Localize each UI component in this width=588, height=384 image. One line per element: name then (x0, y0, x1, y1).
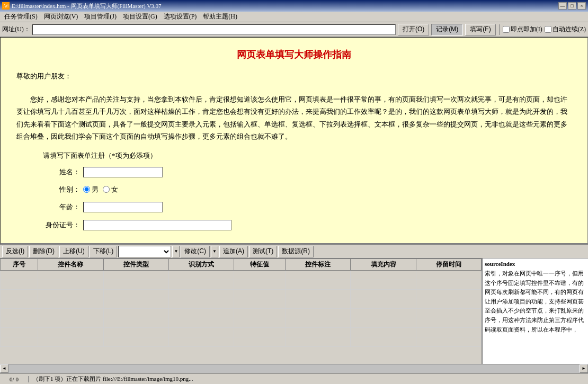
table-header-控件类型: 控件类型 (103, 259, 168, 271)
id-input[interactable] (83, 220, 231, 230)
table-row[interactable] (1, 318, 482, 328)
delete-button[interactable]: 删除(D) (29, 246, 58, 257)
intro-text: 您好，感谢您对本产品的关注与支持，当您拿到本软件后，肯定很想知道该怎么使用它，网… (16, 93, 572, 143)
table-row[interactable] (1, 271, 482, 280)
table-row[interactable] (1, 290, 482, 299)
modify-arrow[interactable]: ▼ (211, 246, 218, 257)
table-header-序号: 序号 (1, 259, 38, 271)
data-table-container[interactable]: 序号控件名称控件类型识别方式特征值控件标注填充内容停留时间 (0, 258, 482, 364)
status-bar: 0/ 0 （刷下1 项）正在下载图片 file:///E:/fillmaster… (0, 373, 588, 384)
filter-button[interactable]: 反选(I) (2, 246, 28, 257)
h-scrollbar[interactable]: ◄ ► (0, 364, 588, 372)
url-label: 网址(U)： (2, 25, 30, 34)
form-area: 请填写下面表单注册（*项为必添项） 姓名： 性别： 男 女 (16, 151, 572, 230)
side-panel: sourceIndex 索引，对象在网页中唯一一序号，但用这个序号固定填写控件里… (482, 258, 588, 364)
auto-continue-checkbox[interactable]: 自动连续(Z) (545, 25, 586, 34)
auto-continue-input[interactable] (545, 26, 551, 33)
side-panel-title: sourceIndex (485, 261, 586, 267)
table-row[interactable] (1, 309, 482, 318)
name-row: 姓名： (43, 167, 572, 177)
toolbar: 网址(U)： 打开(O) 记录(M) 填写(F) 即点即加(I) 自动连续(Z) (0, 22, 588, 37)
page-title: 网页表单填写大师操作指南 (16, 48, 572, 61)
gender-female-radio[interactable] (103, 186, 110, 193)
menu-project-mgr[interactable]: 项目管理(J) (81, 11, 120, 22)
age-row: 年龄： (43, 202, 572, 212)
scroll-right-button[interactable]: ► (580, 364, 588, 373)
url-input[interactable] (32, 24, 396, 35)
gender-label: 性别： (43, 185, 80, 194)
table-header-row: 序号控件名称控件类型识别方式特征值控件标注填充内容停留时间 (1, 259, 482, 271)
side-panel-content: 索引，对象在网页中唯一一序号，但用这个序号固定填写控件里不靠谱，有的网页每次刷新… (485, 269, 586, 334)
test-button[interactable]: 测试(T) (249, 246, 277, 257)
scroll-left-button[interactable]: ◄ (0, 364, 8, 373)
table-header-控件名称: 控件名称 (38, 259, 103, 271)
main-area: 网页表单填写大师操作指南 尊敬的用户朋友： 您好，感谢您对本产品的关注与支持，当… (0, 37, 588, 373)
data-table: 序号控件名称控件类型识别方式特征值控件标注填充内容停留时间 (0, 258, 482, 347)
title-controls[interactable]: — □ × (558, 2, 586, 10)
open-button[interactable]: 打开(O) (398, 24, 429, 35)
gender-male-radio[interactable] (83, 186, 90, 193)
age-label: 年龄： (43, 202, 80, 212)
menu-task[interactable]: 任务管理(S) (1, 11, 41, 22)
fill-button[interactable]: 填写(F) (465, 24, 495, 35)
title-bar-left: Ati E:\fillmaster\index.htm - 网页表单填写大师(F… (2, 2, 162, 10)
auto-continue-label: 自动连续(Z) (553, 25, 586, 34)
name-label: 姓名： (43, 167, 80, 177)
table-body (1, 271, 482, 347)
id-row: 身份证号： (43, 220, 572, 230)
add-button[interactable]: 追加(A) (219, 246, 248, 257)
restore-button[interactable]: □ (568, 2, 576, 10)
instant-add-input[interactable] (503, 26, 510, 33)
window-title: E:\fillmaster\index.htm - 网页表单填写大师(FillM… (12, 2, 162, 10)
modify-button[interactable]: 修改(C) (181, 246, 210, 257)
table-row[interactable] (1, 328, 482, 337)
age-input[interactable] (83, 202, 163, 212)
minimize-button[interactable]: — (558, 2, 567, 10)
status-message: （刷下1 项）正在下载图片 file:///E:/fillmaster/imag… (29, 375, 586, 383)
form-instruction: 请填写下面表单注册（*项为必添项） (43, 151, 572, 160)
status-count: 0/ 0 (2, 376, 29, 382)
table-area: 序号控件名称控件类型识别方式特征值控件标注填充内容停留时间 sourceInde… (0, 258, 588, 364)
action-dropdown[interactable] (118, 246, 171, 257)
h-scrollbar-track[interactable] (8, 364, 580, 373)
close-button[interactable]: × (577, 2, 586, 10)
menu-bar: 任务管理(S) 网页浏览(V) 项目管理(J) 项目设置(G) 选项设置(P) … (0, 12, 588, 22)
dropdown-arrow[interactable]: ▼ (172, 246, 180, 257)
id-label: 身份证号： (43, 220, 80, 230)
name-input[interactable] (83, 167, 163, 177)
gender-male-option[interactable]: 男 (83, 185, 99, 194)
table-row[interactable] (1, 337, 482, 347)
browser-content[interactable]: 网页表单填写大师操作指南 尊敬的用户朋友： 您好，感谢您对本产品的关注与支持，当… (0, 37, 588, 244)
gender-row: 性别： 男 女 (43, 185, 572, 194)
table-header-识别方式: 识别方式 (168, 259, 234, 271)
app-icon: Ati (2, 2, 10, 10)
menu-help[interactable]: 帮助主题(H) (200, 11, 240, 22)
action-toolbar: 反选(I) 删除(D) 上移(U) 下移(L) ▼ 修改(C) ▼ 追加(A) … (0, 245, 588, 258)
bottom-panel: 反选(I) 删除(D) 上移(U) 下移(L) ▼ 修改(C) ▼ 追加(A) … (0, 244, 588, 373)
gender-female-label: 女 (111, 185, 118, 194)
greeting: 尊敬的用户朋友： (16, 72, 572, 81)
menu-browse[interactable]: 网页浏览(V) (41, 11, 82, 22)
table-header-停留时间: 停留时间 (416, 259, 481, 271)
move-down-button[interactable]: 下移(L) (90, 246, 118, 257)
record-button[interactable]: 记录(M) (431, 24, 463, 35)
instant-add-checkbox[interactable]: 即点即加(I) (503, 25, 542, 34)
menu-project-set[interactable]: 项目设置(G) (120, 11, 161, 22)
table-row[interactable] (1, 280, 482, 290)
table-header-特征值: 特征值 (234, 259, 285, 271)
menu-options[interactable]: 选项设置(P) (161, 11, 200, 22)
title-bar: Ati E:\fillmaster\index.htm - 网页表单填写大师(F… (0, 0, 588, 12)
datasource-button[interactable]: 数据源(R) (278, 246, 314, 257)
move-up-button[interactable]: 上移(U) (59, 246, 88, 257)
table-header-控件标注: 控件标注 (286, 259, 351, 271)
gender-radio-group: 男 女 (83, 185, 118, 194)
separator (499, 24, 500, 35)
table-header-填充内容: 填充内容 (351, 259, 416, 271)
instant-add-label: 即点即加(I) (511, 25, 542, 34)
gender-female-option[interactable]: 女 (103, 185, 118, 194)
table-row[interactable] (1, 299, 482, 309)
gender-male-label: 男 (92, 185, 99, 194)
